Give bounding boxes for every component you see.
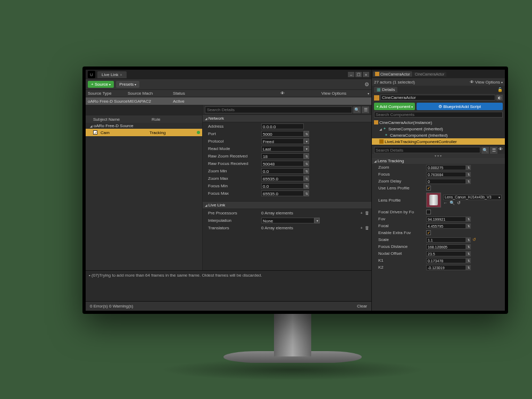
source-type-value: oARo Free-D Source [88, 99, 128, 104]
settings-icon[interactable]: ⚙ [364, 81, 369, 87]
spinner-icon[interactable]: ⇅ [466, 223, 471, 229]
spinner-icon[interactable]: ⇅ [304, 168, 309, 174]
tab-cinecamera-active[interactable]: CineCameraActor [373, 71, 412, 77]
tab-cinecamera-inactive[interactable]: CineCameraActor [413, 72, 447, 77]
spinner-icon[interactable]: ⇅ [304, 183, 309, 189]
prop-rawfocus: Raw Focus Received50048⇅ [203, 160, 371, 167]
subject-item-cam[interactable]: ✔ Cam Tracking [86, 129, 202, 136]
filter-icon[interactable]: ☰ [490, 147, 497, 154]
chevron-down-icon[interactable]: ▾ [314, 218, 320, 223]
spinner-icon[interactable]: ⇅ [466, 217, 471, 222]
prop-protocol: ProtocolFreed▾ [203, 137, 371, 145]
actor-cube-icon [375, 72, 379, 76]
spinner-icon[interactable]: ⇅ [304, 153, 309, 159]
clear-button[interactable]: Clear [357, 304, 367, 309]
add-icon[interactable]: + [360, 211, 363, 215]
tab-livelink[interactable]: Live Link× [97, 71, 127, 78]
col-source-machine[interactable]: Source Mach [128, 91, 173, 96]
close-button[interactable]: × [363, 72, 369, 77]
presets-button[interactable]: Presets▾ [116, 81, 139, 88]
lens-profile-dropdown[interactable]: Lens_Canon_HJ14x43b_V3▾ [443, 195, 502, 200]
spinner-icon[interactable]: ⇅ [466, 172, 471, 177]
chevron-down-icon[interactable]: ▾ [304, 138, 309, 144]
subject-group[interactable]: oARo Free-D Source [86, 123, 202, 129]
eye-icon[interactable]: 👁 [498, 147, 503, 153]
prop-zoom: Zoom0.000275⇅ [372, 164, 505, 171]
col-subject-name[interactable]: Subject Name [93, 117, 152, 122]
tree-livelink-controller[interactable]: LiveLinkTrackingComponentController [372, 138, 505, 145]
col-source-type[interactable]: Source Type [88, 91, 128, 96]
chevron-down-icon: ▾ [368, 92, 369, 95]
spinner-icon[interactable]: ⇅ [304, 131, 309, 137]
tree-cameracomponent[interactable]: ✦CameraComponent (Inherited) [372, 132, 505, 138]
checkbox[interactable] [426, 210, 431, 214]
search-icon[interactable]: 🔍 [481, 147, 489, 154]
tab-details[interactable]: ▦Details [374, 87, 397, 93]
col-status[interactable]: Status [173, 91, 185, 96]
view-options-button[interactable]: 👁View Options▾ [280, 91, 369, 96]
add-source-button[interactable]: + Source▾ [88, 81, 114, 88]
use-asset-icon[interactable]: ← [443, 201, 447, 205]
lock-icon[interactable]: 🔓 [497, 87, 503, 92]
tree-scenecomponent[interactable]: ◢✦SceneComponent (Inherited) [372, 126, 505, 132]
actor-cube-icon [374, 95, 379, 101]
spinner-icon[interactable]: ⇅ [466, 258, 471, 263]
prop-focusdistance: Focus Distance168.120605⇅ [372, 243, 505, 250]
spinner-icon[interactable]: ⇅ [466, 244, 471, 250]
chevron-down-icon: ▾ [135, 82, 136, 86]
section-network[interactable]: Network [203, 114, 371, 122]
browse-icon[interactable]: ◐ [496, 95, 503, 101]
lens-thumbnail[interactable] [426, 193, 441, 207]
spinner-icon[interactable]: ⇅ [466, 251, 471, 256]
details-tab-row: ▦Details 🔓 [372, 86, 505, 94]
chevron-down-icon: ▾ [411, 105, 413, 109]
filter-icon[interactable]: ☰ [362, 106, 369, 113]
maximize-button[interactable]: ▢ [355, 72, 362, 77]
minimize-button[interactable]: – [348, 72, 354, 77]
spinner-icon[interactable]: ⇅ [304, 161, 309, 167]
search-icon[interactable]: 🔍 [353, 106, 361, 113]
blueprint-button[interactable]: ⚙Blueprint/Add Script [417, 103, 503, 110]
details-search: 🔍 ☰ 👁 [372, 145, 505, 154]
spinner-icon[interactable]: ⇅ [466, 265, 471, 270]
close-tab-icon[interactable]: × [120, 73, 122, 77]
outliner-tabs: CineCameraActor CineCameraActor [372, 70, 505, 78]
checkbox[interactable]: ✔ [426, 186, 431, 190]
view-options-button[interactable]: 👁View Options▾ [470, 80, 503, 85]
prop-zoommin: Zoom Min0.0⇅ [203, 167, 371, 174]
trash-icon[interactable]: 🗑 [365, 211, 369, 215]
prop-extrafov: Enable Extra Fov✔ [372, 229, 505, 236]
reset-icon[interactable]: ↺ [472, 237, 476, 242]
chevron-down-icon: ▾ [109, 82, 111, 86]
chevron-down-icon[interactable]: ▾ [304, 146, 309, 152]
checkbox[interactable]: ✔ [426, 230, 431, 235]
source-row[interactable]: oARo Free-D Source MEGAPAC2 Active [86, 97, 371, 105]
actors-row: 27 actors (1 selected) 👁View Options▾ [372, 78, 505, 86]
tree-root[interactable]: CineCameraActor(Instance) [372, 119, 505, 126]
mid-split: Subject Name Role oARo Free-D Source ✔ C… [86, 105, 371, 270]
spinner-icon[interactable]: ⇅ [466, 179, 471, 184]
search-components-input[interactable] [374, 112, 503, 118]
section-livelink[interactable]: Live Link [203, 201, 371, 209]
prop-focusmax: Focus Max65535.0⇅ [203, 189, 371, 197]
add-icon[interactable]: + [360, 226, 363, 230]
reset-icon[interactable]: ↺ [457, 201, 461, 205]
actor-name-input[interactable] [380, 95, 495, 101]
spinner-icon[interactable]: ⇅ [304, 176, 309, 181]
section-lenstracking[interactable]: Lens Tracking [372, 158, 505, 164]
search-details-input[interactable] [205, 106, 352, 113]
trash-icon[interactable]: 🗑 [365, 226, 369, 230]
browse-asset-icon[interactable]: 🔍 [450, 201, 455, 205]
splitter-grip[interactable]: ▾▾▾ [372, 154, 505, 158]
subject-checkbox[interactable]: ✔ [93, 130, 97, 135]
add-component-button[interactable]: + Add Component▾ [374, 103, 415, 110]
spinner-icon[interactable]: ⇅ [304, 190, 309, 196]
spinner-icon[interactable]: ⇅ [466, 237, 471, 243]
monitor-stand-neck [274, 314, 311, 356]
search-details-input[interactable] [374, 147, 480, 153]
col-role[interactable]: Role [152, 117, 160, 122]
source-status-value: Active [173, 99, 185, 104]
spinner-icon[interactable]: ⇅ [466, 165, 471, 170]
prop-port: Port5000⇅ [203, 130, 371, 137]
details-icon: ▦ [377, 87, 381, 92]
